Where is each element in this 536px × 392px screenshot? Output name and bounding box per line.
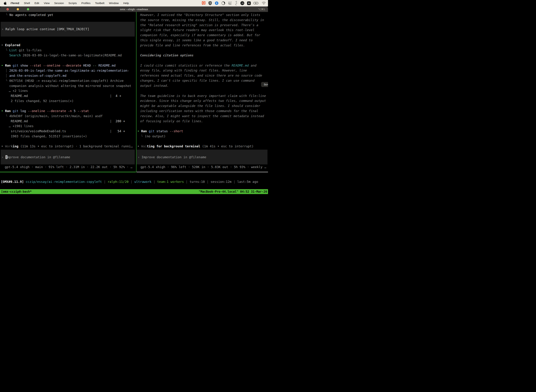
pane-divider-vertical[interactable]: [136, 12, 137, 172]
moon-circle-icon[interactable]: [221, 1, 225, 5]
wifi-icon[interactable]: [262, 2, 266, 5]
apple-menu[interactable]: [2, 2, 8, 5]
menu-help[interactable]: Help: [121, 2, 131, 5]
apple-icon: [4, 2, 6, 5]
squiggle-icon[interactable]: [235, 1, 238, 5]
menu-toolbelt[interactable]: Toolbelt: [93, 2, 107, 5]
window-title: omx --xhigh --madmax: [0, 6, 268, 12]
screen-tooltip: Scre: [261, 82, 268, 87]
ralph-inject-box: [1, 22, 135, 37]
pane-border-bottom-left: [0, 172, 136, 172]
menu-window[interactable]: Window: [107, 2, 121, 5]
window-shortcut-badge: ⌥⌘1: [258, 6, 265, 12]
orange-chat-icon[interactable]: [202, 1, 206, 5]
menu-edit[interactable]: Edit: [32, 2, 42, 5]
badge-61-icon[interactable]: ..61: [240, 1, 244, 5]
tmux-status-bar[interactable]: [omx-cczip0:bash* "MacBook-Pro-44.local"…: [0, 189, 268, 194]
macos-menubar: iTerm2 Shell Edit View Session Scripts P…: [0, 0, 268, 6]
dots-grid-icon[interactable]: [228, 1, 232, 5]
menu-scripts[interactable]: Scripts: [66, 2, 79, 5]
prompt-box-right[interactable]: [137, 150, 268, 164]
menu-iterm2[interactable]: iTerm2: [8, 2, 22, 5]
terminal-pane-right[interactable]: [136, 12, 268, 172]
battery-icon[interactable]: [254, 2, 259, 5]
pane-border-bottom-right: [136, 172, 268, 172]
menu-profiles[interactable]: Profiles: [79, 2, 93, 5]
prompt-box-left[interactable]: [1, 150, 135, 164]
desktop: iTerm2 Shell Edit View Session Scripts P…: [0, 0, 268, 196]
menubar-status-icons: ..61 A: [202, 1, 266, 5]
a-square-icon[interactable]: A: [247, 1, 251, 5]
menu-shell[interactable]: Shell: [22, 2, 32, 5]
menu-session[interactable]: Session: [52, 2, 66, 5]
tmux-host-clock: "MacBook-Pro-44.local" 04:52 31-Mar-26: [199, 189, 267, 194]
shield-grid-icon[interactable]: [208, 1, 212, 5]
menu-view[interactable]: View: [42, 2, 52, 5]
blue-zigzag-icon[interactable]: [215, 1, 219, 5]
tmux-session-label: [omx-cczip0:bash*: [1, 189, 32, 194]
terminal-line: [OMX#0.11.9] cczip/essay/ai-reimplementa…: [1, 179, 258, 184]
